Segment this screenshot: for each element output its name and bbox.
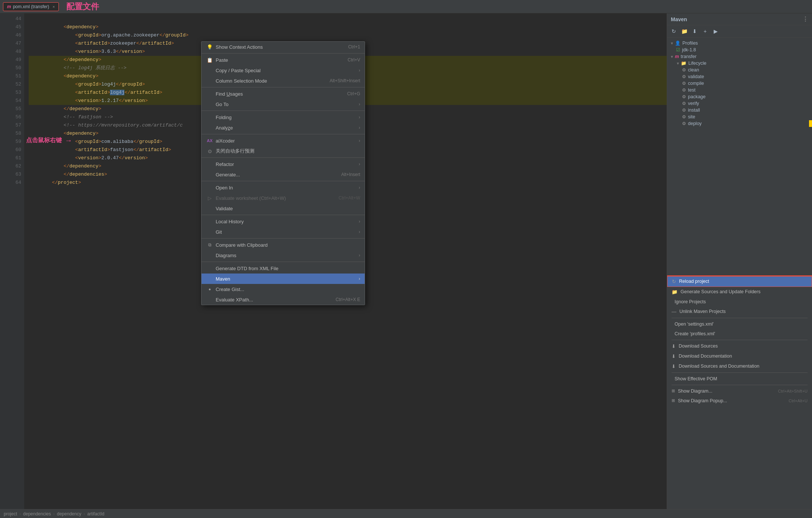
maven-action-open-settings[interactable]: Open 'settings.xml' (667, 319, 812, 329)
maven-tree[interactable]: ▼ 👤 Profiles ☑ jdk-1.8 ▼ m transfer ▼ (667, 38, 812, 275)
maven-action-show-effective-pom[interactable]: Show Effective POM (667, 374, 812, 384)
tree-item-site[interactable]: ⚙ site (667, 113, 812, 120)
menu-item-analyze[interactable]: Analyze › (202, 122, 365, 133)
maven-refresh-btn[interactable]: ↻ (669, 27, 678, 36)
download-sources-icon: ⬇ (672, 343, 676, 349)
maven-folder-btn[interactable]: 📁 (680, 27, 689, 36)
tree-item-test[interactable]: ⚙ test (667, 87, 812, 93)
tree-item-verify[interactable]: ⚙ verify (667, 100, 812, 107)
maven-action-create-profiles[interactable]: Create 'profiles.xml' (667, 329, 812, 339)
menu-item-paste[interactable]: 📋 Paste Ctrl+V (202, 55, 365, 65)
open-in-arrow: › (359, 185, 360, 190)
menu-label-column-selection: Column Selection Mode (216, 78, 267, 84)
download-docs-icon: ⬇ (672, 354, 676, 359)
menu-item-maven[interactable]: Maven › (202, 274, 365, 284)
menu-item-open-in[interactable]: Open In › (202, 182, 365, 193)
separator-6 (202, 181, 365, 181)
package-icon: ⚙ (682, 94, 686, 99)
maven-action-download-sources-docs[interactable]: ⬇ Download Sources and Documentation (667, 361, 812, 371)
maven-run-btn[interactable]: ▶ (711, 27, 720, 36)
pom-xml-tab[interactable]: m pom.xml (transfer) × (3, 2, 59, 11)
page-annotation-title: 配置文件 (66, 1, 99, 12)
maven-add-btn[interactable]: + (701, 27, 710, 36)
menu-label-aixcoder: aiXcoder (216, 138, 235, 144)
menu-item-goto[interactable]: Go To › (202, 99, 365, 109)
tree-item-install[interactable]: ⚙ install (667, 107, 812, 113)
tree-item-package[interactable]: ⚙ package (667, 93, 812, 100)
transfer-expand-icon: ▼ (670, 55, 674, 59)
maven-action-generate-sources[interactable]: 📁 Generate Sources and Update Folders (667, 287, 812, 297)
tree-item-lifecycle[interactable]: ▼ 📁 Lifecycle (667, 60, 812, 67)
maven-action-label-unlink: Unlink Maven Projects (679, 309, 726, 314)
tree-label-profiles: Profiles (682, 41, 698, 46)
goto-arrow: › (359, 102, 360, 107)
annotation-arrow: → (65, 136, 72, 145)
maven-action-ignore-projects[interactable]: Ignore Projects (667, 297, 812, 307)
tree-item-transfer[interactable]: ▼ m transfer (667, 53, 812, 60)
menu-item-refactor[interactable]: Refactor › (202, 159, 365, 169)
menu-item-generate[interactable]: Generate... Alt+Insert (202, 169, 365, 180)
tree-item-profiles[interactable]: ▼ 👤 Profiles (667, 40, 812, 47)
maven-action-show-diagram-popup[interactable]: ⊞ Show Diagram Popup... Ctrl+Alt+U (667, 396, 812, 406)
maven-action-unlink[interactable]: — Unlink Maven Projects (667, 307, 812, 317)
tree-label-verify: verify (688, 101, 699, 106)
maven-actions-panel: ↻ Reload project 📁 Generate Sources and … (667, 275, 812, 509)
tree-item-jdk18[interactable]: ☑ jdk-1.8 (667, 47, 812, 53)
separator-4 (202, 134, 365, 134)
aixcoder-arrow: › (359, 138, 360, 143)
annotation-click-text: 点击鼠标右键 (26, 137, 62, 144)
lifecycle-icon: 📁 (681, 61, 686, 66)
menu-item-compare-clipboard[interactable]: ⧉ Compare with Clipboard (202, 240, 365, 250)
maven-action-download-sources[interactable]: ⬇ Download Sources (667, 341, 812, 351)
menu-shortcut-column-selection: Alt+Shift+Insert (330, 78, 360, 83)
menu-shortcut-show-context-actions: Ctrl+1 (348, 44, 360, 49)
menu-item-close-multi-prediction[interactable]: ⊙ 关闭自动多行预测 (202, 146, 365, 156)
menu-item-generate-dtd[interactable]: Generate DTD from XML File (202, 263, 365, 274)
menu-item-aixcoder[interactable]: AX aiXcoder › (202, 135, 365, 146)
separator-8 (202, 238, 365, 239)
tree-label-lifecycle: Lifecycle (688, 61, 707, 66)
deploy-icon: ⚙ (682, 121, 686, 126)
maven-action-download-docs[interactable]: ⬇ Download Documentation (667, 351, 812, 361)
menu-item-show-context-actions[interactable]: 💡 Show Context Actions Ctrl+1 (202, 42, 365, 52)
menu-item-git[interactable]: Git › (202, 227, 365, 237)
tab-file-icon: m (7, 4, 11, 9)
show-diagram-shortcut: Ctrl+Alt+Shift+U (778, 389, 808, 393)
menu-item-local-history[interactable]: Local History › (202, 216, 365, 227)
tab-filename: pom.xml (transfer) (13, 4, 49, 9)
menu-label-generate-dtd: Generate DTD from XML File (216, 266, 279, 271)
maven-header-more-icon[interactable]: ⋮ (802, 16, 808, 23)
menu-item-folding[interactable]: Folding › (202, 112, 365, 122)
show-diagram-popup-icon: ⊞ (672, 398, 675, 403)
menu-item-copy-paste-special[interactable]: Copy / Paste Special › (202, 65, 365, 76)
profiles-icon: 👤 (675, 41, 681, 46)
maven-toolbar: ↻ 📁 ⬇ + ▶ (667, 25, 812, 38)
menu-shortcut-find-usages: Ctrl+G (347, 91, 360, 96)
menu-label-create-gist: Create Gist... (216, 287, 244, 292)
maven-action-reload-project[interactable]: ↻ Reload project (667, 276, 812, 287)
tree-item-deploy[interactable]: ⚙ deploy (667, 120, 812, 127)
menu-item-diagrams[interactable]: Diagrams › (202, 250, 365, 260)
maven-download-btn[interactable]: ⬇ (690, 27, 699, 36)
maven-action-label-show-diagram: Show Diagram... (678, 388, 712, 394)
menu-item-column-selection[interactable]: Column Selection Mode Alt+Shift+Insert (202, 76, 365, 86)
menu-shortcut-generate: Alt+Insert (341, 172, 360, 177)
menu-item-evaluate-xpath[interactable]: Evaluate XPath... Ctrl+Alt+X E (202, 294, 365, 305)
tree-label-site: site (688, 114, 695, 119)
menu-label-paste: Paste (216, 57, 228, 63)
menu-item-evaluate-worksheet[interactable]: ▷ Evaluate worksheet (Ctrl+Alt+W) Ctrl+A… (202, 193, 365, 203)
maven-action-label-ignore-projects: Ignore Projects (675, 299, 706, 304)
menu-item-find-usages[interactable]: Find Usages Ctrl+G (202, 89, 365, 99)
tab-close-button[interactable]: × (53, 4, 55, 9)
maven-action-label-generate-sources: Generate Sources and Update Folders (681, 289, 761, 294)
maven-panel-header: Maven ⋮ (667, 13, 812, 25)
paste-icon: 📋 (206, 57, 213, 63)
menu-item-validate[interactable]: Validate (202, 203, 365, 214)
tree-item-clean[interactable]: ⚙ clean (667, 67, 812, 73)
separator-9 (202, 262, 365, 262)
menu-item-create-gist[interactable]: ● Create Gist... (202, 284, 365, 294)
menu-label-evaluate-worksheet: Evaluate worksheet (Ctrl+Alt+W) (216, 195, 286, 201)
tree-item-compile[interactable]: ⚙ compile (667, 80, 812, 87)
tree-item-validate[interactable]: ⚙ validate (667, 73, 812, 80)
maven-action-show-diagram[interactable]: ⊞ Show Diagram... Ctrl+Alt+Shift+U (667, 386, 812, 396)
